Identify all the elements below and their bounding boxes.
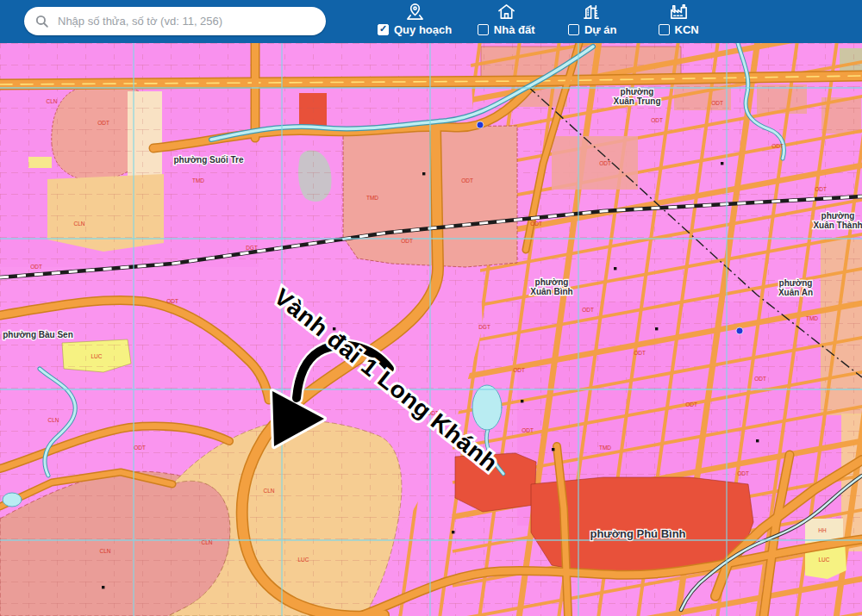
ward-label: phường bbox=[535, 277, 569, 287]
parcel-code-label: ODT bbox=[461, 177, 473, 184]
nha-dat-checkbox[interactable] bbox=[478, 24, 489, 35]
parcel-code-label: ODT bbox=[166, 298, 178, 304]
ward-label: phường bbox=[821, 211, 855, 221]
layer-du-an[interactable]: Dự án bbox=[560, 2, 624, 36]
layer-label: Quy hoạch bbox=[394, 23, 452, 36]
layer-label: KCN bbox=[675, 23, 699, 36]
parcel-code-label: ODT bbox=[530, 221, 542, 227]
parcel-code-label: ODT bbox=[711, 100, 723, 106]
parcel-code-label: ODT bbox=[771, 143, 784, 149]
layer-nha-dat[interactable]: Nhà đất bbox=[474, 2, 538, 36]
ward-label: Xuân Thành bbox=[813, 221, 862, 230]
pond bbox=[3, 493, 22, 507]
ward-label: phường bbox=[621, 87, 654, 96]
parcel-code-label: LUC bbox=[91, 353, 102, 359]
search-icon bbox=[34, 14, 49, 28]
map-canvas[interactable]: CLNODTTMDCLNODTODTLUCCLNODTCLNCLNCLNLUCT… bbox=[0, 43, 862, 616]
parcel-code-label: ODT bbox=[685, 401, 697, 408]
ward-label: Xuân Bình bbox=[530, 287, 572, 296]
parcel-code-label: DGT bbox=[246, 245, 258, 251]
ward-label: phường Bàu Sen bbox=[3, 330, 73, 339]
parcel-code-label: ODT bbox=[737, 470, 749, 476]
parcel-code-label: ODT bbox=[30, 264, 42, 270]
parcel-code-label: CLN bbox=[263, 488, 274, 494]
parcel-code-label: HH bbox=[818, 527, 827, 533]
layer-kcn[interactable]: KCN bbox=[646, 2, 710, 36]
kcn-checkbox[interactable] bbox=[659, 24, 670, 35]
parcel-code-label: CLN bbox=[73, 221, 84, 227]
parcel-code-label: ODT bbox=[754, 376, 766, 382]
factory-icon bbox=[669, 2, 689, 22]
search-input[interactable] bbox=[56, 14, 315, 28]
parcel-code-label: ODT bbox=[522, 427, 534, 433]
ward-label: phường Phú Bình bbox=[590, 527, 685, 540]
parcel-code-label: CLN bbox=[47, 417, 59, 423]
parcel-code-label: CLN bbox=[99, 548, 110, 554]
parcel-code-label: ODT bbox=[634, 350, 646, 356]
parcel-code-label: DGT bbox=[478, 324, 490, 330]
lake bbox=[472, 385, 502, 430]
parcel-code-label: LUC bbox=[818, 557, 829, 563]
parcel-code-label: ODT bbox=[815, 186, 827, 192]
layer-label: Nhà đất bbox=[494, 23, 535, 36]
ward-label: phường bbox=[779, 278, 813, 288]
search-box[interactable] bbox=[24, 7, 326, 35]
layer-toggles: Quy hoạch Nhà đất Dự án bbox=[378, 2, 710, 36]
parcel-code-label: ODT bbox=[401, 238, 413, 244]
parcel-code-label: ODT bbox=[599, 160, 611, 166]
parcel-code-label: TMD bbox=[599, 445, 611, 451]
parcel-code-label: ODT bbox=[513, 367, 525, 373]
parcel-code-label: ODT bbox=[134, 445, 146, 451]
map-pin-icon bbox=[405, 2, 425, 22]
ward-label: Xuân An bbox=[778, 288, 813, 297]
blue-marker bbox=[736, 327, 743, 334]
parcel-code-label: LUC bbox=[297, 557, 309, 563]
house-icon bbox=[497, 2, 516, 22]
du-an-checkbox[interactable] bbox=[568, 24, 579, 35]
building-icon bbox=[583, 2, 603, 22]
ward-label: Xuân Trung bbox=[614, 96, 661, 106]
quy-hoach-checkbox[interactable] bbox=[378, 24, 389, 35]
parcel-code-label: CLN bbox=[46, 98, 57, 104]
parcel-code-label: TMD bbox=[366, 195, 378, 201]
parcel-code-label: CLN bbox=[201, 539, 212, 545]
top-bar: Quy hoạch Nhà đất Dự án bbox=[0, 0, 862, 43]
blue-marker bbox=[477, 121, 484, 128]
parcel-code-label: ODT bbox=[582, 307, 594, 313]
parcel-code-label: ODT bbox=[97, 120, 109, 126]
layer-quy-hoach[interactable]: Quy hoạch bbox=[378, 2, 452, 36]
app-window: Quy hoạch Nhà đất Dự án bbox=[0, 0, 862, 616]
zone-salmon bbox=[552, 136, 638, 190]
ward-label: phường Suối Tre bbox=[173, 155, 243, 165]
parcel-code-label: ODT bbox=[651, 117, 663, 123]
parcel-code-label: TMD bbox=[192, 177, 204, 184]
parcel-code-label: TMD bbox=[806, 315, 818, 321]
layer-label: Dự án bbox=[584, 23, 617, 36]
